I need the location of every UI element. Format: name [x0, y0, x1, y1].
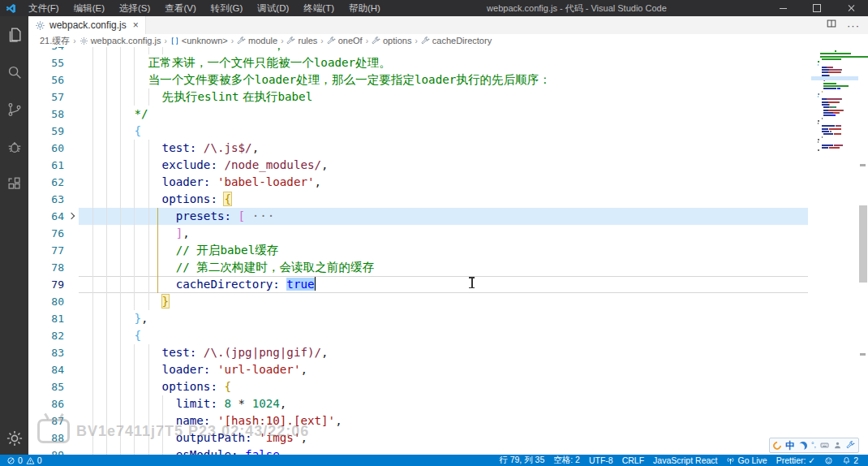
status-indentation[interactable]: 空格: 2 — [553, 455, 580, 466]
code-line-77[interactable]: 77// 开启babel缓存 — [28, 242, 868, 259]
person-icon[interactable] — [833, 441, 842, 450]
breadcrumb-separator: › — [366, 37, 368, 45]
scrollbar-thumb[interactable] — [859, 205, 867, 283]
breadcrumb-item-7[interactable]: cacheDirectory — [421, 36, 492, 45]
code-line-57[interactable]: 57先执行eslint 在执行babel — [28, 88, 868, 106]
code-token: , — [321, 158, 329, 171]
tab-label: webpack.config.js — [49, 19, 127, 31]
minimize-button[interactable] — [766, 0, 800, 16]
status-notifications[interactable]: 2 — [842, 455, 858, 465]
menu-item-3[interactable]: 查看(V) — [157, 0, 203, 16]
menu-item-1[interactable]: 编辑(E) — [67, 0, 112, 16]
fold-chevron-icon[interactable] — [68, 213, 75, 219]
code-line-55[interactable]: 55正常来讲，一个文件只能被一个loader处理。 — [28, 54, 868, 71]
split-editor-icon[interactable] — [826, 18, 837, 32]
code-line-54[interactable]: 54， — [28, 47, 868, 54]
vertical-scrollbar[interactable] — [858, 47, 868, 455]
status-encoding[interactable]: UTF-8 — [589, 455, 613, 465]
status-prettier[interactable]: Prettier: ✓ — [776, 455, 815, 465]
tab-webpack-config[interactable]: webpack.config.js × — [28, 16, 146, 34]
chinese-mode-icon[interactable]: 中 — [785, 440, 795, 451]
status-cursor-position[interactable]: 行 79, 列 35 — [499, 455, 544, 466]
breadcrumb-item-2[interactable]: <unknown> — [170, 36, 228, 45]
punctuation-icon[interactable]: °, — [811, 442, 816, 449]
code-editor[interactable]: 54，55正常来讲，一个文件只能被一个loader处理。56当一个文件要被多个l… — [28, 47, 868, 455]
code-line-64[interactable]: 64presets: [ ··· — [28, 208, 868, 225]
code-line-81[interactable]: 81}, — [28, 310, 868, 327]
tab-close-icon[interactable]: × — [133, 20, 139, 30]
manage-gear-icon[interactable] — [0, 422, 28, 455]
code-line-84[interactable]: 84loader: 'url-loader', — [28, 361, 868, 378]
code-line-60[interactable]: 60test: /\.js$/, — [28, 140, 868, 157]
status-go-live-label: Go Live — [737, 455, 767, 465]
code-line-56[interactable]: 56当一个文件要被多个loader处理，那么一定要指定loader执行的先后顺序… — [28, 71, 868, 88]
code-line-79[interactable]: 79cacheDirectory: true — [28, 276, 868, 293]
status-language-mode-label: JavaScript React — [653, 455, 717, 465]
status-error-count[interactable]: 0 — [6, 455, 23, 465]
status-warning-count[interactable]: 0 — [26, 455, 42, 465]
code-token: 在执行 — [239, 90, 278, 103]
code-token: limit: — [176, 397, 225, 410]
code-token: // — [176, 261, 197, 274]
line-number: 86 — [28, 395, 64, 412]
menu-item-5[interactable]: 调试(D) — [250, 0, 296, 16]
code-line-87[interactable]: 87name: '[hash:10].[ext]', — [28, 412, 868, 429]
code-token: { — [134, 124, 141, 137]
code-line-59[interactable]: 59{ — [28, 123, 868, 140]
keyboard-icon[interactable] — [820, 441, 829, 450]
code-line-58[interactable]: 58*/ — [28, 106, 868, 123]
extensions-icon[interactable] — [0, 166, 28, 203]
maximize-button[interactable] — [800, 0, 834, 16]
code-line-89[interactable]: 89esModule: false — [28, 447, 868, 455]
code-line-86[interactable]: 86limit: 8 * 1024, — [28, 395, 868, 412]
wrench-icon[interactable] — [846, 441, 855, 450]
status-language-mode[interactable]: JavaScript React — [653, 455, 717, 465]
ime-toolbar[interactable]: 中 °, — [769, 438, 859, 453]
status-feedback[interactable] — [824, 456, 833, 465]
code-line-62[interactable]: 62loader: 'babel-loader', — [28, 174, 868, 191]
code-line-76[interactable]: 76], — [28, 225, 868, 242]
code-line-80[interactable]: 80} — [28, 293, 868, 310]
sogou-logo-icon[interactable] — [771, 439, 783, 451]
breadcrumb-item-0[interactable]: 21.缓存 — [40, 35, 70, 47]
menu-item-0[interactable]: 文件(F) — [21, 0, 67, 16]
line-number: 62 — [28, 174, 64, 191]
code-token: /\.(jpg|png|gif)/ — [204, 346, 321, 359]
code-line-63[interactable]: 63options: { — [28, 191, 868, 208]
explorer-icon[interactable] — [0, 16, 28, 54]
minimap[interactable] — [811, 47, 858, 455]
code-token: test: — [162, 141, 204, 154]
code-line-88[interactable]: 88outputPath: 'imgs', — [28, 429, 868, 447]
breadcrumb-item-4[interactable]: rules — [286, 36, 317, 45]
code-line-85[interactable]: 85options: { — [28, 378, 868, 395]
editor-actions: ··· — [826, 16, 868, 34]
menu-item-4[interactable]: 转到(G) — [204, 0, 251, 16]
breadcrumb: 21.缓存›webpack.config.js›<unknown>›module… — [28, 34, 868, 47]
code-token: eslint — [197, 90, 238, 103]
code-token: // — [176, 244, 197, 257]
close-icon — [847, 4, 855, 12]
code-line-83[interactable]: 83test: /\.(jpg|png|gif)/, — [28, 344, 868, 361]
code-line-78[interactable]: 78// 第二次构建时，会读取之前的缓存 — [28, 259, 868, 276]
close-button[interactable] — [834, 0, 868, 16]
search-icon[interactable] — [0, 54, 28, 91]
code-token: , — [335, 414, 342, 427]
code-token: , — [300, 431, 307, 444]
menu-item-7[interactable]: 帮助(H) — [342, 0, 388, 16]
code-token: 执行的先后顺序： — [456, 73, 551, 86]
more-actions-icon[interactable]: ··· — [847, 19, 860, 32]
menu-item-2[interactable]: 选择(S) — [112, 0, 157, 16]
code-line-82[interactable]: 82{ — [28, 327, 868, 344]
breadcrumb-item-5[interactable]: oneOf — [327, 36, 363, 45]
moon-mode-icon[interactable] — [799, 442, 807, 450]
run-debug-icon[interactable] — [0, 128, 28, 166]
menu-item-6[interactable]: 终端(T) — [296, 0, 342, 16]
breadcrumb-item-1[interactable]: webpack.config.js — [79, 36, 161, 45]
source-control-icon[interactable] — [0, 91, 28, 128]
breadcrumb-item-6[interactable]: options — [372, 36, 411, 45]
code-line-61[interactable]: 61exclude: /node_modules/, — [28, 157, 868, 174]
status-go-live[interactable]: Go Live — [726, 455, 767, 465]
code-token: 处理。 — [355, 56, 391, 69]
breadcrumb-item-3[interactable]: module — [237, 36, 277, 45]
status-eol[interactable]: CRLF — [622, 455, 644, 465]
